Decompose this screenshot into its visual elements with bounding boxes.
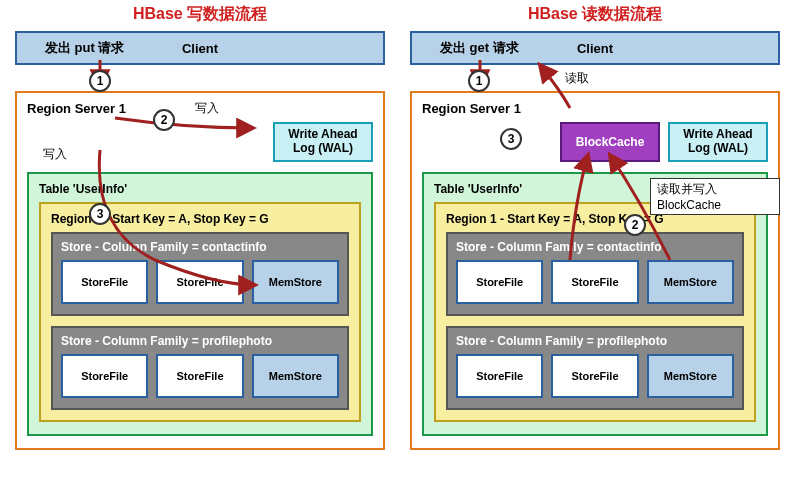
table-box-write: Table 'UserInfo' Region 1 - Start Key = …: [27, 172, 373, 436]
storefile-box: StoreFile: [456, 354, 543, 398]
store2-label-read: Store - Column Family = profilephoto: [456, 334, 734, 348]
read-title: HBase 读数据流程: [410, 4, 780, 25]
step-circle-1-read: 1: [468, 70, 490, 92]
annot-write-to-wal: 写入: [195, 100, 219, 117]
region-box-read: Region 1 - Start Key = A, Stop Key = G S…: [434, 202, 756, 422]
wal-line2-write: Log (WAL): [293, 141, 353, 155]
storefile-box: StoreFile: [456, 260, 543, 304]
callout-read-write-blockcache: 读取并写入 BlockCache: [650, 178, 780, 215]
memstore-box: MemStore: [252, 354, 339, 398]
storefile-box: StoreFile: [551, 354, 638, 398]
step-circle-3-read: 3: [500, 128, 522, 150]
annot-read-from-cache: 读取: [565, 70, 589, 87]
storefile-box: StoreFile: [156, 354, 243, 398]
wal-box-read: Write Ahead Log (WAL): [668, 122, 768, 162]
wal-line1-read: Write Ahead: [683, 127, 752, 141]
write-title: HBase 写数据流程: [15, 4, 385, 25]
annot-write-to-memstore: 写入: [43, 146, 67, 163]
client-box-read: 发出 get 请求 Client: [410, 31, 780, 65]
rs-header-read: Region Server 1: [422, 101, 768, 116]
storefile-box: StoreFile: [156, 260, 243, 304]
client-request-read: 发出 get 请求: [412, 39, 519, 57]
memstore-box: MemStore: [252, 260, 339, 304]
wal-line2-read: Log (WAL): [688, 141, 748, 155]
region-server-read: Region Server 1 BlockCache Write Ahead L…: [410, 91, 780, 450]
storefile-box: StoreFile: [61, 354, 148, 398]
read-flow-panel: HBase 读数据流程 发出 get 请求 Client Region Serv…: [410, 0, 780, 450]
wal-line1-write: Write Ahead: [288, 127, 357, 141]
store1-write: Store - Column Family = contactinfo Stor…: [51, 232, 349, 316]
memstore-box: MemStore: [647, 260, 734, 304]
wal-box-write: Write Ahead Log (WAL): [273, 122, 373, 162]
step-circle-2-read: 2: [624, 214, 646, 236]
step-circle-3-write: 3: [89, 203, 111, 225]
step-circle-1-write: 1: [89, 70, 111, 92]
store1-label-write: Store - Column Family = contactinfo: [61, 240, 339, 254]
region-server-write: Region Server 1 Write Ahead Log (WAL) Ta…: [15, 91, 385, 450]
storefile-box: StoreFile: [61, 260, 148, 304]
memstore-box: MemStore: [647, 354, 734, 398]
store2-read: Store - Column Family = profilephoto Sto…: [446, 326, 744, 410]
step-circle-2-write: 2: [153, 109, 175, 131]
client-label-write: Client: [182, 41, 218, 56]
region-box-write: Region 1 - Start Key = A, Stop Key = G S…: [39, 202, 361, 422]
store1-read: Store - Column Family = contactinfo Stor…: [446, 232, 744, 316]
table-label-write: Table 'UserInfo': [39, 182, 361, 196]
blockcache-box: BlockCache: [560, 122, 660, 162]
storefile-box: StoreFile: [551, 260, 638, 304]
client-label-read: Client: [577, 41, 613, 56]
client-request-write: 发出 put 请求: [17, 39, 124, 57]
client-box-write: 发出 put 请求 Client: [15, 31, 385, 65]
store2-label-write: Store - Column Family = profilephoto: [61, 334, 339, 348]
write-flow-panel: HBase 写数据流程 发出 put 请求 Client Region Serv…: [15, 0, 385, 450]
store2-write: Store - Column Family = profilephoto Sto…: [51, 326, 349, 410]
store1-label-read: Store - Column Family = contactinfo: [456, 240, 734, 254]
